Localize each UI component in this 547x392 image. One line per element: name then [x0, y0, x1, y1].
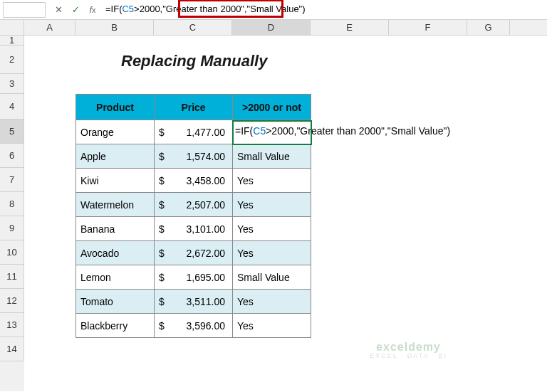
row-header-5[interactable]: 5	[0, 120, 24, 144]
confirm-icon[interactable]: ✓	[67, 2, 84, 18]
cell-result[interactable]: Yes	[233, 169, 311, 193]
row-header-1[interactable]: 1	[0, 36, 24, 46]
formula-part: =IF(	[105, 4, 122, 14]
watermark: exceldemy EXCEL · DATA · BI	[370, 341, 447, 360]
row-header-12[interactable]: 12	[0, 289, 24, 313]
row-header-3[interactable]: 3	[0, 74, 24, 94]
row-header-14[interactable]: 14	[0, 337, 24, 361]
fx-icon[interactable]: fx	[84, 2, 101, 18]
cell-price[interactable]: $1,477.00	[155, 120, 233, 144]
table-row[interactable]: Lemon$1,695.00Small Value	[76, 265, 311, 290]
cell-price[interactable]: $1,695.00	[155, 265, 233, 290]
table-row[interactable]: Apple$1,574.00Small Value	[76, 144, 311, 169]
row-header-9[interactable]: 9	[0, 216, 24, 240]
cell-product[interactable]: Tomato	[76, 290, 155, 314]
cell-price[interactable]: $2,507.00	[155, 193, 233, 217]
worksheet[interactable]: Replacing Manually Product Price >2000 o…	[24, 36, 547, 391]
header-result[interactable]: >2000 or not	[233, 95, 311, 120]
column-header-G[interactable]: G	[467, 20, 510, 35]
cell-result[interactable]: Yes	[233, 241, 311, 265]
cell-product[interactable]: Lemon	[76, 265, 155, 290]
table-row[interactable]: Watermelon$2,507.00Yes	[76, 193, 311, 217]
cell-result[interactable]: Small Value	[233, 144, 311, 169]
table-row[interactable]: Blackberry$3,596.00Yes	[76, 314, 311, 338]
column-header-A[interactable]: A	[24, 20, 75, 35]
formula-cell-ref: C5	[122, 4, 134, 14]
table-row[interactable]: Kiwi$3,458.00Yes	[76, 169, 311, 193]
row-header-13[interactable]: 13	[0, 313, 24, 337]
row-header-6[interactable]: 6	[0, 144, 24, 168]
row-header-11[interactable]: 11	[0, 265, 24, 289]
cell-result[interactable]: Yes	[233, 193, 311, 217]
cell-result[interactable]: Yes	[233, 290, 311, 314]
cell-product[interactable]: Blackberry	[76, 314, 155, 338]
header-price[interactable]: Price	[155, 95, 233, 120]
column-headers: ABCDEFG	[0, 20, 547, 36]
name-box[interactable]	[3, 2, 46, 18]
cell-result[interactable]: Small Value	[233, 265, 311, 290]
column-header-B[interactable]: B	[75, 20, 154, 35]
cell-product[interactable]: Kiwi	[76, 169, 155, 193]
cell-price[interactable]: $3,458.00	[155, 169, 233, 193]
row-header-2[interactable]: 2	[0, 46, 24, 74]
cell-price[interactable]: $1,574.00	[155, 144, 233, 169]
table-row[interactable]: Banana$3,101.00Yes	[76, 217, 311, 241]
row-header-8[interactable]: 8	[0, 192, 24, 216]
cell-product[interactable]: Avocado	[76, 241, 155, 265]
column-header-E[interactable]: E	[311, 20, 389, 35]
row-header-4[interactable]: 4	[0, 94, 24, 120]
cell-price[interactable]: $3,101.00	[155, 217, 233, 241]
cell-result[interactable]: Yes	[233, 314, 311, 338]
cell-product[interactable]: Banana	[76, 217, 155, 241]
cell-product[interactable]: Watermelon	[76, 193, 155, 217]
cell-formula-overflow: =IF(C5>2000,"Greater than 2000","Small V…	[235, 125, 450, 137]
header-product[interactable]: Product	[76, 95, 155, 120]
page-title: Replacing Manually	[121, 52, 267, 70]
table-row[interactable]: Tomato$3,511.00Yes	[76, 290, 311, 314]
row-header-10[interactable]: 10	[0, 240, 24, 265]
column-header-C[interactable]: C	[154, 20, 232, 35]
select-all-corner[interactable]	[0, 20, 24, 35]
row-headers: 1234567891011121314	[0, 36, 24, 391]
column-header-D[interactable]: D	[232, 20, 311, 35]
formula-part: >2000,	[134, 4, 162, 14]
cancel-icon[interactable]: ✕	[50, 2, 67, 18]
cell-product[interactable]: Apple	[76, 144, 155, 169]
formula-part: ,"Small Value")	[244, 4, 306, 14]
row-header-7[interactable]: 7	[0, 168, 24, 192]
cell-price[interactable]: $3,596.00	[155, 314, 233, 338]
cell-price[interactable]: $2,672.00	[155, 241, 233, 265]
formula-highlighted: "Greater than 2000"	[162, 4, 244, 14]
formula-input[interactable]: =IF(C5>2000,"Greater than 2000","Small V…	[101, 2, 544, 18]
column-header-F[interactable]: F	[389, 20, 467, 35]
cell-price[interactable]: $3,511.00	[155, 290, 233, 314]
table-row[interactable]: Avocado$2,672.00Yes	[76, 241, 311, 265]
cell-result[interactable]: Yes	[233, 217, 311, 241]
cell-product[interactable]: Orange	[76, 120, 155, 144]
formula-bar: ✕ ✓ fx =IF(C5>2000,"Greater than 2000","…	[0, 0, 547, 20]
